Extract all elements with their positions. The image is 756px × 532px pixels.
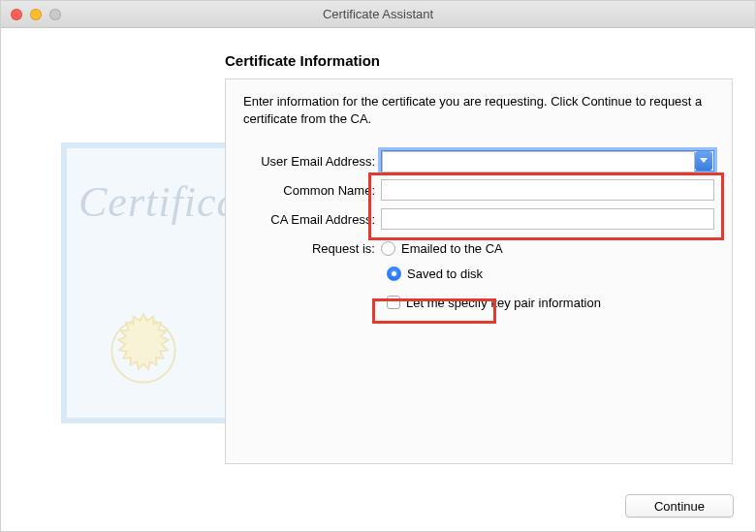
chevron-down-icon[interactable] <box>695 151 712 171</box>
label-request: Request is: <box>243 241 381 256</box>
option-specify-label: Let me specify key pair information <box>406 296 601 310</box>
panel-box: Enter information for the certificate yo… <box>225 78 733 464</box>
certificate-illustration: Certificate <box>61 142 234 423</box>
panel: Certificate Information Enter informatio… <box>225 52 733 474</box>
option-saved[interactable]: Saved to disk <box>387 263 714 284</box>
traffic-lights <box>11 9 61 20</box>
options-stack: Saved to disk Let me specify key pair in… <box>243 263 714 313</box>
row-common-name: Common Name: <box>243 179 714 201</box>
window: Certificate Assistant Certificate Certif… <box>0 0 756 532</box>
common-name-input[interactable] <box>381 179 714 201</box>
ca-email-input[interactable] <box>381 208 714 230</box>
row-ca-email: CA Email Address: <box>243 208 714 230</box>
option-emailed-label: Emailed to the CA <box>401 241 503 256</box>
user-email-input[interactable] <box>382 151 695 172</box>
zoom-button[interactable] <box>49 9 61 20</box>
footer: Continue <box>625 494 734 517</box>
minimize-button[interactable] <box>30 9 42 20</box>
label-ca-email: CA Email Address: <box>243 212 381 227</box>
user-email-combobox[interactable] <box>381 150 714 172</box>
row-user-email: User Email Address: <box>243 150 714 172</box>
content: Certificate Certificate Information Ente… <box>1 28 755 531</box>
radio-emailed[interactable] <box>381 241 395 256</box>
radio-saved[interactable] <box>387 266 401 281</box>
checkbox-specify[interactable] <box>387 296 400 309</box>
seal-icon <box>102 309 185 392</box>
label-common-name: Common Name: <box>243 183 381 198</box>
option-saved-label: Saved to disk <box>407 266 483 281</box>
close-button[interactable] <box>11 9 22 20</box>
option-emailed[interactable]: Emailed to the CA <box>381 237 714 259</box>
row-request: Request is: Emailed to the CA <box>243 237 714 259</box>
instructions-text: Enter information for the certificate yo… <box>243 93 714 127</box>
option-specify[interactable]: Let me specify key pair information <box>387 292 714 313</box>
window-title: Certificate Assistant <box>323 7 433 21</box>
panel-title: Certificate Information <box>225 52 733 69</box>
continue-button[interactable]: Continue <box>625 494 734 517</box>
label-user-email: User Email Address: <box>243 154 381 169</box>
titlebar: Certificate Assistant <box>1 1 755 28</box>
